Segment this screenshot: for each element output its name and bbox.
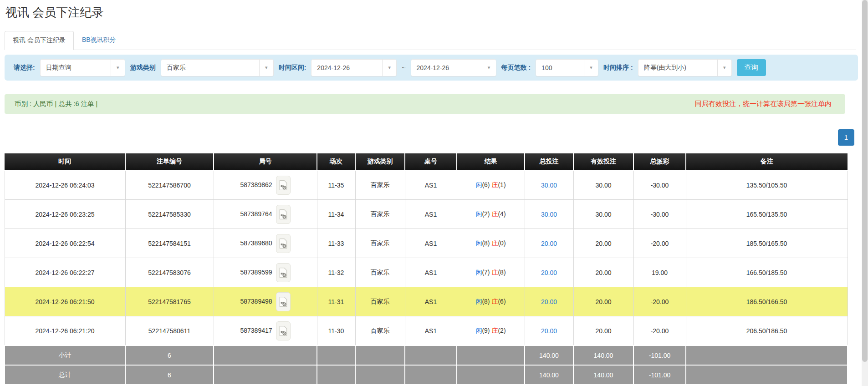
chevron-down-icon[interactable]: ▾: [584, 60, 598, 76]
tab-bb-video-points[interactable]: BB视讯积分: [74, 30, 124, 50]
result-player-num: (2): [482, 210, 490, 218]
round-id-text: 587389862: [240, 181, 272, 188]
total-empty-game: [355, 345, 405, 365]
table-row: 2024-12-26 06:21:50 522147581765 5873894…: [5, 287, 848, 316]
date-to-value: 2024-12-26: [411, 64, 482, 71]
cell-result: 闲(7) 庄(8): [457, 258, 525, 287]
result-player-label: 闲: [475, 269, 482, 276]
total-bet-link[interactable]: 20.00: [541, 269, 557, 276]
page-title: 视讯 会员下注纪录: [5, 5, 862, 20]
chevron-down-icon[interactable]: ▾: [482, 60, 496, 76]
total-total-bet: 140.00: [525, 345, 573, 365]
result-banker-num: (4): [498, 210, 505, 218]
result-banker-label: 庄: [491, 298, 498, 305]
query-button[interactable]: 查询: [737, 59, 766, 76]
round-video-icon[interactable]: [276, 263, 291, 282]
cell-round-id: 587389417: [214, 316, 317, 346]
chevron-down-icon[interactable]: ▾: [111, 60, 125, 76]
cell-payout: -20.00: [633, 229, 686, 258]
cell-remark: 165.50/135.50: [686, 200, 848, 229]
cell-total-bet: 20.00: [525, 316, 573, 346]
result-player-num: (6): [482, 181, 490, 188]
total-row: 总计 6 140.00 140.00 -101.00: [5, 365, 848, 385]
query-type-value: 日期查询: [41, 64, 111, 72]
result-player-label: 闲: [475, 181, 482, 188]
time-range-label: 时间区间:: [279, 64, 306, 72]
total-bet-link[interactable]: 30.00: [541, 182, 557, 189]
cell-total-bet: 30.00: [525, 200, 573, 229]
total-bet-link[interactable]: 20.00: [541, 240, 557, 247]
result-player-label: 闲: [475, 327, 482, 334]
vertical-scrollbar[interactable]: [862, 0, 868, 386]
date-from-select[interactable]: 2024-12-26 ▾: [311, 59, 397, 76]
cell-time: 2024-12-26 06:21:20: [5, 316, 125, 346]
result-banker-label: 庄: [491, 327, 498, 334]
cell-bet-id: 522147583076: [125, 258, 214, 287]
result-banker-num: (1): [498, 181, 505, 188]
query-type-select[interactable]: 日期查询 ▾: [40, 59, 125, 76]
total-label: 小计: [5, 345, 125, 365]
tab-bar: 视讯 会员下注纪录 BB视讯积分: [5, 30, 856, 50]
currency-total-text: 币别 : 人民币 | 总共 :6 注单 |: [15, 100, 97, 108]
result-player-label: 闲: [475, 239, 482, 247]
cell-remark: 166.50/185.50: [686, 258, 848, 287]
cell-table-no: AS1: [405, 170, 457, 200]
cell-valid-bet: 20.00: [573, 316, 633, 346]
chevron-down-icon[interactable]: ▾: [259, 60, 273, 76]
tab-betting-records[interactable]: 视讯 会员下注纪录: [5, 31, 74, 50]
summary-bar: 币别 : 人民币 | 总共 :6 注单 | 同局有效投注，统一计算在该局第一张注…: [5, 94, 845, 114]
cell-session: 11-32: [317, 258, 355, 287]
cell-remark: 185.50/165.50: [686, 229, 848, 258]
col-round-id: 局号: [214, 153, 317, 170]
page-size-select[interactable]: 100 ▾: [536, 59, 598, 76]
cell-round-id: 587389599: [214, 258, 317, 287]
total-valid-bet: 140.00: [573, 365, 633, 385]
result-banker-label: 庄: [491, 269, 498, 276]
date-to-select[interactable]: 2024-12-26 ▾: [411, 59, 496, 76]
cell-round-id: 587389764: [214, 200, 317, 229]
total-empty-round: [214, 345, 317, 365]
total-bet-link[interactable]: 20.00: [541, 298, 557, 305]
total-count: 6: [125, 345, 214, 365]
cell-session: 11-33: [317, 229, 355, 258]
result-banker-num: (2): [498, 327, 505, 334]
total-remark: [686, 365, 848, 385]
game-type-select[interactable]: 百家乐 ▾: [161, 59, 274, 76]
total-bet-link[interactable]: 30.00: [541, 211, 557, 218]
round-video-icon[interactable]: [276, 321, 291, 340]
scrollbar-thumb[interactable]: [862, 0, 868, 362]
result-player-num: (9): [482, 327, 490, 334]
pagination-top: 1: [0, 129, 854, 146]
round-video-icon[interactable]: [276, 234, 291, 253]
filter-toolbar: 请选择: 日期查询 ▾ 游戏类别 百家乐 ▾ 时间区间: 2024-12-26 …: [5, 55, 858, 81]
cell-payout: -30.00: [633, 170, 686, 200]
result-banker-num: (0): [498, 239, 505, 247]
sort-order-select[interactable]: 降幂(由大到小) ▾: [638, 59, 732, 76]
cell-remark: 206.50/186.50: [686, 316, 848, 346]
total-bet-link[interactable]: 20.00: [541, 327, 557, 335]
cell-round-id: 587389498: [214, 287, 317, 316]
date-from-value: 2024-12-26: [311, 64, 382, 71]
col-result: 结果: [457, 153, 525, 170]
cell-game-type: 百家乐: [355, 229, 405, 258]
round-video-icon[interactable]: [276, 292, 291, 311]
round-video-icon[interactable]: [276, 176, 291, 195]
betting-records-table: 时间 注单编号 局号 场次 游戏类别 桌号 结果 总投注 有效投注 总派彩 备注…: [4, 153, 848, 385]
round-video-icon[interactable]: [276, 205, 291, 224]
cell-valid-bet: 20.00: [573, 287, 633, 316]
result-banker-label: 庄: [491, 210, 498, 218]
cell-table-no: AS1: [405, 258, 457, 287]
col-valid-bet: 有效投注: [573, 153, 633, 170]
cell-time: 2024-12-26 06:22:54: [5, 229, 125, 258]
cell-table-no: AS1: [405, 200, 457, 229]
cell-result: 闲(8) 庄(0): [457, 229, 525, 258]
game-type-label: 游戏类别: [130, 64, 156, 72]
chevron-down-icon[interactable]: ▾: [717, 60, 731, 76]
col-session: 场次: [317, 153, 355, 170]
page-1-button[interactable]: 1: [838, 129, 854, 146]
cell-bet-id: 522147585330: [125, 200, 214, 229]
total-remark: [686, 345, 848, 365]
chevron-down-icon[interactable]: ▾: [382, 60, 396, 76]
result-banker-label: 庄: [491, 239, 498, 247]
cell-game-type: 百家乐: [355, 200, 405, 229]
